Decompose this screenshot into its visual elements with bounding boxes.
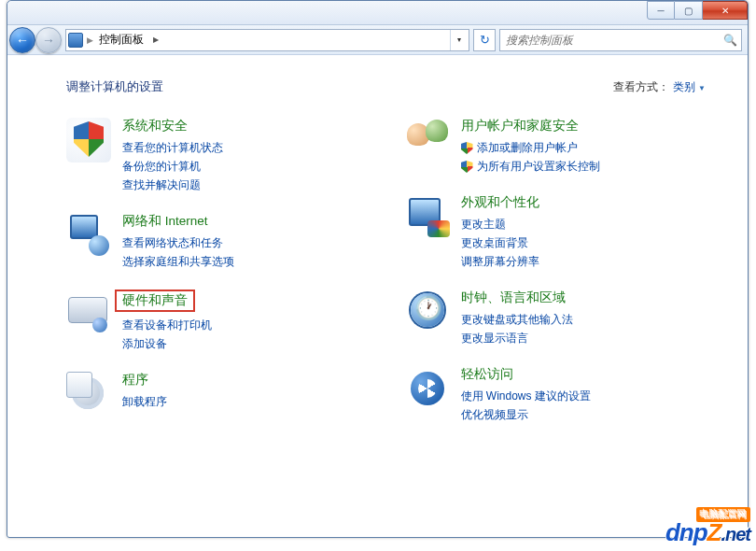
category: 用户帐户和家庭安全添加或删除用户帐户为所有用户设置家长控制: [405, 118, 716, 177]
refresh-icon: ↻: [480, 33, 490, 47]
category-text: 轻松访问使用 Windows 建议的设置优化视频显示: [461, 366, 591, 426]
sublink-label: 查看您的计算机状态: [122, 140, 223, 156]
panel-body: 调整计算机的设置 查看方式： 类别 ▼ 系统和安全查看您的计算机状态备份您的计算…: [8, 56, 747, 536]
category-title[interactable]: 轻松访问: [461, 366, 513, 383]
sublink[interactable]: 备份您的计算机: [122, 159, 223, 175]
category-columns: 系统和安全查看您的计算机状态备份您的计算机查找并解决问题网络和 Internet…: [66, 118, 715, 443]
minimize-button[interactable]: ─: [647, 1, 675, 20]
sublink-label: 调整屏幕分辨率: [461, 254, 539, 270]
category-text: 用户帐户和家庭安全添加或删除用户帐户为所有用户设置家长控制: [461, 118, 600, 177]
sublink-label: 查找并解决问题: [122, 177, 201, 193]
category-title[interactable]: 程序: [122, 372, 148, 389]
appear-icon[interactable]: [405, 194, 450, 239]
search-box[interactable]: 🔍: [499, 29, 742, 51]
sublink-label: 使用 Windows 建议的设置: [461, 389, 591, 404]
sublink[interactable]: 更改主题: [461, 217, 539, 233]
category-text: 系统和安全查看您的计算机状态备份您的计算机查找并解决问题: [122, 118, 223, 196]
sublink[interactable]: 添加设备: [122, 336, 212, 352]
category-title[interactable]: 网络和 Internet: [122, 213, 208, 230]
sublink-label: 更改键盘或其他输入法: [461, 312, 573, 328]
right-column: 用户帐户和家庭安全添加或删除用户帐户为所有用户设置家长控制外观和个性化更改主题更…: [405, 118, 716, 443]
sublink[interactable]: 使用 Windows 建议的设置: [461, 389, 591, 404]
back-button[interactable]: ←: [9, 27, 35, 53]
sublink-list: 查看网络状态和任务选择家庭组和共享选项: [122, 235, 234, 270]
sublink-label: 更改显示语言: [461, 331, 528, 346]
sublink-label: 卸载程序: [122, 394, 167, 410]
category-title[interactable]: 用户帐户和家庭安全: [461, 118, 579, 134]
user-icon[interactable]: [405, 118, 450, 162]
clock-icon[interactable]: [405, 290, 450, 334]
category-title[interactable]: 硬件和声音: [115, 290, 195, 312]
hw-icon[interactable]: [66, 290, 111, 334]
shield-icon[interactable]: [66, 118, 111, 162]
view-by-value[interactable]: 类别: [673, 80, 695, 93]
sublink[interactable]: 卸载程序: [122, 394, 167, 410]
refresh-button[interactable]: ↻: [473, 29, 496, 51]
category-text: 硬件和声音查看设备和打印机添加设备: [122, 290, 212, 355]
ease-icon[interactable]: [405, 366, 450, 411]
close-button[interactable]: ✕: [703, 1, 748, 20]
watermark-z: Z: [707, 518, 721, 546]
sublink[interactable]: 为所有用户设置家长控制: [461, 159, 600, 175]
watermark-badge: 电脑配置网: [696, 507, 750, 522]
heading-row: 调整计算机的设置 查看方式： 类别 ▼: [66, 78, 715, 95]
uac-shield-icon: [461, 142, 473, 154]
category-text: 网络和 Internet查看网络状态和任务选择家庭组和共享选项: [122, 213, 234, 273]
address-dropdown[interactable]: ▾: [450, 30, 467, 50]
breadcrumb-sep-icon: ▶: [87, 35, 93, 45]
sublink-list: 更改键盘或其他输入法更改显示语言: [461, 312, 573, 346]
chevron-down-icon[interactable]: ▼: [698, 84, 706, 92]
category: 时钟、语言和区域更改键盘或其他输入法更改显示语言: [405, 290, 716, 349]
sublink-list: 使用 Windows 建议的设置优化视频显示: [461, 389, 591, 423]
sublink[interactable]: 添加或删除用户帐户: [461, 140, 600, 156]
sublink-label: 添加或删除用户帐户: [477, 140, 578, 156]
sublink[interactable]: 调整屏幕分辨率: [461, 254, 539, 270]
sublink-label: 优化视频显示: [461, 407, 528, 423]
address-bar[interactable]: ▶ 控制面板 ▶ ▾: [65, 29, 469, 51]
sublink-label: 更改主题: [461, 217, 506, 233]
control-panel-icon: [68, 33, 83, 48]
category-title[interactable]: 外观和个性化: [461, 194, 539, 211]
sublink-list: 卸载程序: [122, 394, 167, 410]
sublink[interactable]: 查看网络状态和任务: [122, 235, 234, 251]
sublink-label: 备份您的计算机: [122, 159, 201, 175]
category: 系统和安全查看您的计算机状态备份您的计算机查找并解决问题: [66, 118, 377, 196]
sublink[interactable]: 查看设备和打印机: [122, 318, 212, 333]
sublink-list: 查看您的计算机状态备份您的计算机查找并解决问题: [122, 140, 223, 193]
sublink-label: 选择家庭组和共享选项: [122, 254, 234, 270]
sublink[interactable]: 更改显示语言: [461, 331, 573, 346]
view-by-label: 查看方式：: [613, 80, 669, 93]
chevron-right-icon[interactable]: ▶: [149, 30, 162, 50]
sublink-label: 为所有用户设置家长控制: [477, 159, 600, 175]
category: 外观和个性化更改主题更改桌面背景调整屏幕分辨率: [405, 194, 716, 273]
search-input[interactable]: [504, 33, 723, 48]
maximize-button[interactable]: ▢: [675, 1, 703, 20]
net-icon[interactable]: [66, 213, 111, 258]
sublink[interactable]: 选择家庭组和共享选项: [122, 254, 234, 270]
arrow-right-icon: →: [42, 33, 55, 48]
category-text: 外观和个性化更改主题更改桌面背景调整屏幕分辨率: [461, 194, 539, 273]
search-icon[interactable]: 🔍: [723, 34, 737, 47]
forward-button[interactable]: →: [35, 27, 62, 53]
watermark-net: .net: [721, 524, 750, 544]
sublink-list: 添加或删除用户帐户为所有用户设置家长控制: [461, 140, 600, 175]
category-title[interactable]: 系统和安全: [122, 118, 188, 134]
sublink[interactable]: 更改键盘或其他输入法: [461, 312, 573, 328]
prog-icon[interactable]: [66, 372, 111, 417]
sublink[interactable]: 查看您的计算机状态: [122, 140, 223, 156]
sublink[interactable]: 更改桌面背景: [461, 235, 539, 251]
category: 网络和 Internet查看网络状态和任务选择家庭组和共享选项: [66, 213, 377, 273]
category: 程序卸载程序: [66, 372, 377, 417]
breadcrumb-root[interactable]: 控制面板: [97, 32, 146, 48]
sublink[interactable]: 查找并解决问题: [122, 177, 223, 193]
titlebar: ─ ▢ ✕: [7, 1, 748, 25]
sublink-label: 更改桌面背景: [461, 235, 528, 251]
sublink-label: 查看设备和打印机: [122, 318, 212, 333]
category-title[interactable]: 时钟、语言和区域: [461, 290, 566, 306]
category: 轻松访问使用 Windows 建议的设置优化视频显示: [405, 366, 716, 426]
sublink[interactable]: 优化视频显示: [461, 407, 591, 423]
nav-bar: ← → ▶ 控制面板 ▶ ▾ ↻ 🔍: [7, 25, 748, 55]
sublink-label: 添加设备: [122, 336, 167, 352]
nav-buttons: ← →: [9, 27, 62, 53]
control-panel-window: ─ ▢ ✕ ← → ▶ 控制面板 ▶ ▾ ↻ 🔍: [7, 0, 749, 538]
